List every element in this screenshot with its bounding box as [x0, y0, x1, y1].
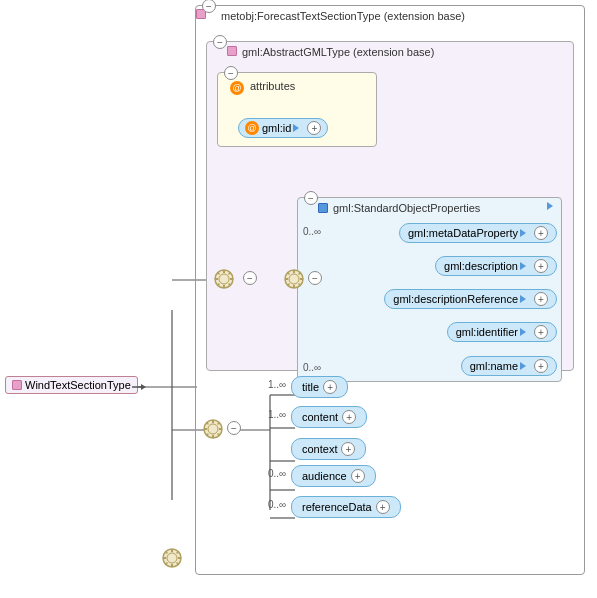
referenceData-cardinality: 0..∞ — [268, 499, 286, 510]
descriptionReference-arrow — [520, 295, 530, 303]
mid-minus-upper[interactable]: − — [243, 271, 257, 285]
svg-marker-23 — [520, 262, 526, 270]
name-node[interactable]: gml:name + — [461, 356, 557, 376]
wind-text-section-box: WindTextSectionType — [5, 376, 138, 394]
identifier-label: gml:identifier — [456, 326, 518, 338]
content-cardinality: 1..∞ — [268, 409, 286, 420]
attributes-collapse[interactable]: − — [224, 66, 238, 80]
attributes-at-icon: @ — [230, 81, 244, 95]
standard-type-icon — [318, 203, 328, 213]
lower-gear — [202, 418, 224, 443]
title-cardinality: 1..∞ — [268, 379, 286, 390]
identifier-arrow — [520, 328, 530, 336]
svg-marker-28 — [141, 384, 146, 390]
metaDataProperty-arrow — [520, 229, 530, 237]
forecast-label: metobj:ForecastTextSectionType (extensio… — [221, 10, 465, 22]
context-plus[interactable]: + — [341, 442, 355, 456]
name-cardinality: 0..∞ — [303, 362, 321, 373]
content-plus[interactable]: + — [342, 410, 356, 424]
abstractgml-box: − gml:AbstractGMLType (extension base) −… — [206, 41, 574, 371]
name-plus[interactable]: + — [534, 359, 548, 373]
content-label: content — [302, 411, 338, 423]
audience-label: audience — [302, 470, 347, 482]
identifier-node[interactable]: gml:identifier + — [447, 322, 557, 342]
gmlid-label: gml:id — [262, 122, 291, 134]
content-node[interactable]: content + — [291, 406, 367, 428]
svg-marker-21 — [547, 202, 553, 210]
gmlid-at-icon: @ — [245, 121, 259, 135]
abstractgml-label: gml:AbstractGMLType (extension base) — [242, 46, 434, 58]
standard-box: − gml:StandardObjectProperties 0..∞ gml:… — [297, 197, 562, 382]
metaDataProperty-cardinality: 0..∞ — [303, 226, 321, 237]
diagram-container: − metobj:ForecastTextSectionType (extens… — [0, 0, 597, 598]
referenceData-label: referenceData — [302, 501, 372, 513]
metaDataProperty-label: gml:metaDataProperty — [408, 227, 518, 239]
wind-connector-arrow — [132, 381, 148, 393]
bottom-gear — [161, 547, 183, 572]
descriptionReference-node[interactable]: gml:descriptionReference + — [384, 289, 557, 309]
audience-cardinality: 0..∞ — [268, 468, 286, 479]
standard-collapse[interactable]: − — [304, 191, 318, 205]
name-label: gml:name — [470, 360, 518, 372]
svg-marker-24 — [520, 295, 526, 303]
gmlid-arrow — [293, 124, 303, 132]
attributes-label: attributes — [250, 80, 295, 92]
forecast-collapse[interactable]: − — [202, 0, 216, 13]
referenceData-node[interactable]: referenceData + — [291, 496, 401, 518]
context-node[interactable]: context + — [291, 438, 366, 460]
standard-expand-icon — [547, 202, 557, 210]
context-label: context — [302, 443, 337, 455]
wind-label: WindTextSectionType — [25, 379, 131, 391]
upper-right-gear — [283, 268, 305, 293]
identifier-plus[interactable]: + — [534, 325, 548, 339]
title-plus[interactable]: + — [323, 380, 337, 394]
attributes-box: − @ attributes @ gml:id + — [217, 72, 377, 147]
metaDataProperty-plus[interactable]: + — [534, 226, 548, 240]
title-node[interactable]: title + — [291, 376, 348, 398]
abstractgml-type-icon — [227, 46, 237, 56]
mid-minus-lower[interactable]: − — [227, 421, 241, 435]
description-node[interactable]: gml:description + — [435, 256, 557, 276]
audience-plus[interactable]: + — [351, 469, 365, 483]
svg-marker-22 — [520, 229, 526, 237]
descriptionReference-plus[interactable]: + — [534, 292, 548, 306]
abstractgml-collapse[interactable]: − — [213, 35, 227, 49]
descriptionReference-label: gml:descriptionReference — [393, 293, 518, 305]
name-arrow — [520, 362, 530, 370]
gmlid-plus[interactable]: + — [307, 121, 321, 135]
standard-label: gml:StandardObjectProperties — [333, 202, 480, 214]
gmlid-node[interactable]: @ gml:id + — [238, 118, 328, 138]
description-plus[interactable]: + — [534, 259, 548, 273]
forecast-box: − metobj:ForecastTextSectionType (extens… — [195, 5, 585, 575]
metaDataProperty-node[interactable]: gml:metaDataProperty + — [399, 223, 557, 243]
svg-marker-26 — [520, 362, 526, 370]
mid-minus-right[interactable]: − — [308, 271, 322, 285]
audience-node[interactable]: audience + — [291, 465, 376, 487]
upper-left-gear — [213, 268, 235, 293]
svg-marker-25 — [520, 328, 526, 336]
title-label: title — [302, 381, 319, 393]
wind-type-icon — [12, 380, 22, 390]
svg-marker-20 — [293, 124, 299, 132]
referenceData-plus[interactable]: + — [376, 500, 390, 514]
description-label: gml:description — [444, 260, 518, 272]
description-arrow — [520, 262, 530, 270]
